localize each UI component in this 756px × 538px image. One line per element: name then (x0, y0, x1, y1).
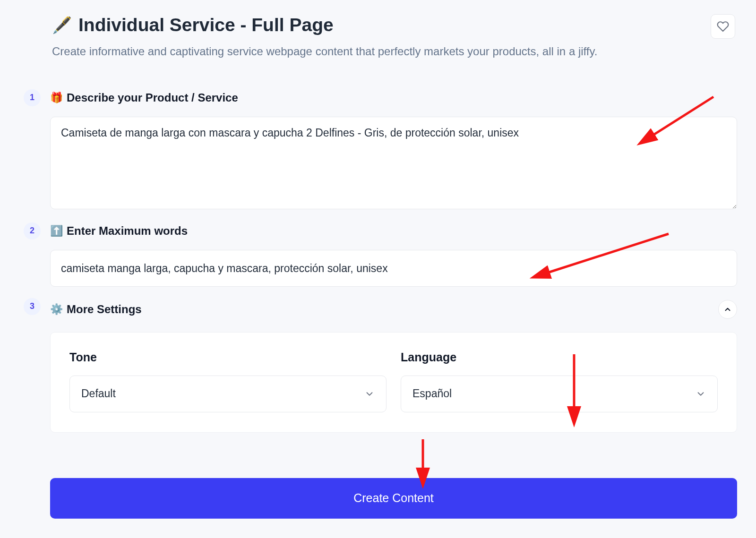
gift-icon: 🎁 (50, 92, 63, 104)
more-settings-toggle[interactable] (718, 300, 737, 319)
page-title: 🖋️ Individual Service - Full Page (52, 14, 701, 36)
gear-icon: ⚙️ (50, 303, 63, 316)
up-arrow-icon: ⬆️ (50, 225, 63, 237)
pen-icon: 🖋️ (52, 16, 72, 35)
step-1-badge: 1 (24, 89, 41, 106)
language-select[interactable]: Español (401, 376, 718, 412)
step-2-label-text: Enter Maximum words (67, 224, 188, 238)
chevron-down-icon (696, 389, 706, 399)
step-3-label-text: More Settings (67, 303, 142, 316)
step-1-label-text: Describe your Product / Service (67, 91, 238, 104)
step-3-badge: 3 (24, 298, 41, 315)
favorite-button[interactable] (711, 14, 735, 39)
step-2-label: ⬆️ Enter Maximum words (50, 224, 737, 238)
chevron-down-icon (364, 389, 375, 399)
language-select-value: Español (412, 387, 452, 400)
max-words-input[interactable]: camiseta manga larga, capucha y mascara,… (50, 250, 737, 287)
tone-select[interactable]: Default (69, 376, 387, 412)
heart-icon (717, 20, 729, 33)
page-title-text: Individual Service - Full Page (78, 14, 334, 36)
page-description: Create informative and captivating servi… (52, 45, 701, 58)
product-description-input[interactable] (50, 117, 737, 209)
create-content-button[interactable]: Create Content (50, 478, 737, 519)
chevron-up-icon (723, 305, 732, 314)
step-2-badge: 2 (24, 222, 41, 239)
tone-select-value: Default (81, 387, 116, 400)
tone-label: Tone (69, 350, 387, 364)
more-settings-panel: Tone Default Language Español (50, 332, 737, 433)
language-label: Language (401, 350, 718, 364)
step-3-label: ⚙️ More Settings (50, 303, 142, 316)
step-1-label: 🎁 Describe your Product / Service (50, 91, 737, 104)
